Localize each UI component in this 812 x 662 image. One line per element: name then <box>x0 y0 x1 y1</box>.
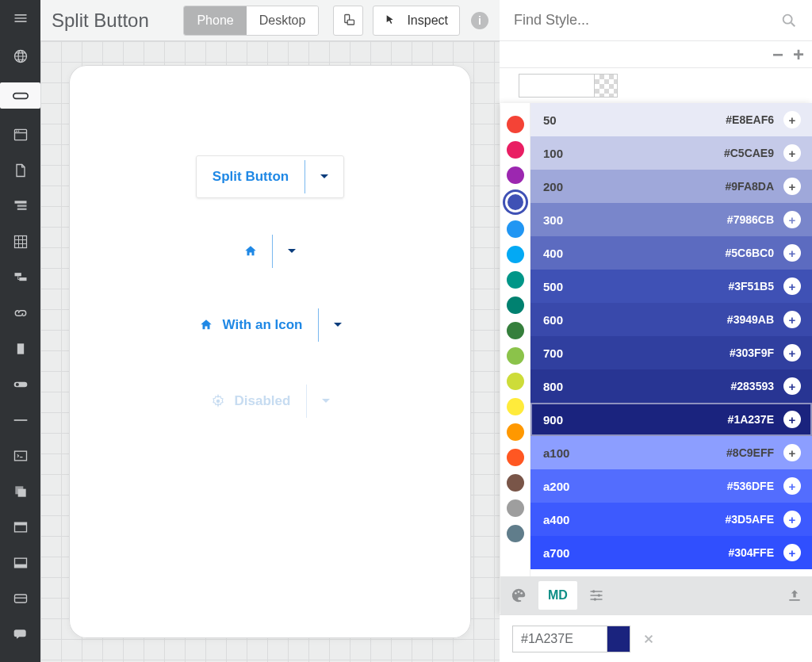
shade-row[interactable]: 200#9FA8DA+ <box>530 170 812 203</box>
split-button-main[interactable]: Split Button <box>197 156 304 197</box>
add-shade-button[interactable]: + <box>783 211 801 228</box>
transparent-swatch[interactable] <box>594 74 618 98</box>
hue-dot[interactable] <box>507 141 524 159</box>
link-icon[interactable] <box>11 304 30 323</box>
shade-row[interactable]: 300#7986CB+ <box>530 203 812 236</box>
inspect-button[interactable]: Inspect <box>373 6 460 36</box>
add-shade-button[interactable]: + <box>783 544 801 561</box>
hue-dot[interactable] <box>507 166 524 184</box>
shade-row[interactable]: 800#283593+ <box>530 369 812 403</box>
color-palette-popup: 50#E8EAF6+100#C5CAE9+200#9FA8DA+300#7986… <box>500 103 812 614</box>
rotate-device-button[interactable] <box>333 6 363 36</box>
collapse-icon[interactable]: − <box>772 45 783 64</box>
browser-icon[interactable] <box>11 125 30 144</box>
hamburger-icon[interactable] <box>0 6 40 30</box>
shade-row[interactable]: 500#3F51B5+ <box>530 270 812 303</box>
add-shade-button[interactable]: + <box>783 477 801 495</box>
find-style-input[interactable] <box>514 12 780 29</box>
search-icon[interactable] <box>780 12 798 29</box>
split-button-main[interactable]: With an Icon <box>183 304 319 346</box>
tab-phone[interactable]: Phone <box>184 6 246 35</box>
file-icon[interactable] <box>11 161 30 180</box>
hue-dot[interactable] <box>507 297 524 314</box>
pill-icon[interactable] <box>0 82 40 109</box>
hue-dot[interactable] <box>507 220 524 238</box>
add-shade-button[interactable]: + <box>783 244 801 262</box>
hue-dot[interactable] <box>507 449 524 466</box>
shade-name: a100 <box>543 446 726 460</box>
divider <box>304 160 305 193</box>
add-shade-button[interactable]: + <box>783 344 801 362</box>
add-shade-button[interactable]: + <box>783 444 801 461</box>
folder-tree-icon[interactable] <box>11 268 30 287</box>
split-button-caret[interactable] <box>319 304 357 346</box>
split-button-caret[interactable] <box>305 156 343 197</box>
hue-dot[interactable] <box>507 474 524 492</box>
hex-input-row <box>500 614 812 662</box>
hue-dot[interactable] <box>507 271 524 289</box>
shade-name: 900 <box>543 413 728 427</box>
stack-icon[interactable] <box>11 482 30 501</box>
chat-icon[interactable] <box>11 625 30 644</box>
toggle-icon[interactable] <box>11 375 30 394</box>
hue-dot[interactable] <box>507 322 524 339</box>
upload-icon[interactable] <box>787 587 802 603</box>
line-icon[interactable] <box>11 411 30 430</box>
shade-row[interactable]: 600#3949AB+ <box>530 303 812 336</box>
header: Split Button Phone Desktop Inspect i <box>40 0 500 41</box>
grid-icon[interactable] <box>11 232 30 251</box>
shade-row[interactable]: 700#303F9F+ <box>530 336 812 369</box>
hue-dot[interactable] <box>507 373 524 390</box>
shade-hex: #3F51B5 <box>728 280 774 293</box>
add-shade-button[interactable]: + <box>783 311 801 328</box>
shade-row[interactable]: a200#536DFE+ <box>530 469 812 503</box>
shade-hex: #8C9EFF <box>726 446 774 459</box>
add-shade-button[interactable]: + <box>783 144 801 162</box>
widget-tree-icon[interactable] <box>11 197 30 216</box>
hue-dot[interactable] <box>505 192 526 212</box>
info-icon[interactable]: i <box>471 12 488 29</box>
hex-input[interactable] <box>512 626 607 652</box>
svg-point-30 <box>520 592 523 595</box>
add-shade-button[interactable]: + <box>783 277 801 295</box>
hue-dot[interactable] <box>507 525 524 542</box>
palette-icon[interactable] <box>510 587 527 604</box>
split-button-main[interactable] <box>229 233 272 270</box>
shade-name: 500 <box>543 280 728 293</box>
tab-desktop[interactable]: Desktop <box>247 6 319 35</box>
shade-row[interactable]: a700#304FFE+ <box>530 536 812 569</box>
shade-hex: #304FFE <box>728 546 774 559</box>
add-shade-button[interactable]: + <box>783 411 801 428</box>
add-icon[interactable]: + <box>793 45 804 64</box>
hue-dot[interactable] <box>507 499 524 517</box>
shade-row[interactable]: a100#8C9EFF+ <box>530 436 812 469</box>
add-shade-button[interactable]: + <box>783 511 801 528</box>
split-button-boxed: Split Button <box>196 155 344 198</box>
panel-icon[interactable] <box>11 553 30 572</box>
hue-dot[interactable] <box>507 246 524 263</box>
clear-icon[interactable] <box>643 633 654 645</box>
canvas: Split Button <box>40 41 500 662</box>
card-icon[interactable] <box>11 589 30 608</box>
color-swatch[interactable] <box>519 74 595 98</box>
sliders-icon[interactable] <box>588 587 604 603</box>
window-icon[interactable] <box>11 518 30 537</box>
add-shade-button[interactable]: + <box>783 178 801 195</box>
add-shade-button[interactable]: + <box>783 377 801 395</box>
shade-row[interactable]: a400#3D5AFE+ <box>530 503 812 536</box>
hue-dot[interactable] <box>507 398 524 415</box>
split-button-caret[interactable] <box>273 233 311 270</box>
md-tab[interactable]: MD <box>538 581 577 610</box>
shade-row[interactable]: 50#E8EAF6+ <box>530 103 812 136</box>
globe-icon[interactable] <box>11 47 30 66</box>
hue-dot[interactable] <box>507 347 524 365</box>
shade-row[interactable]: 400#5C6BC0+ <box>530 236 812 270</box>
shade-name: 400 <box>543 247 726 260</box>
add-shade-button[interactable]: + <box>783 111 801 128</box>
hue-dot[interactable] <box>507 423 524 441</box>
terminal-icon[interactable] <box>11 446 30 465</box>
server-icon[interactable] <box>11 339 30 358</box>
hue-dot[interactable] <box>507 116 524 133</box>
shade-row[interactable]: 900#1A237E+ <box>530 403 812 436</box>
shade-row[interactable]: 100#C5CAE9+ <box>530 136 812 170</box>
